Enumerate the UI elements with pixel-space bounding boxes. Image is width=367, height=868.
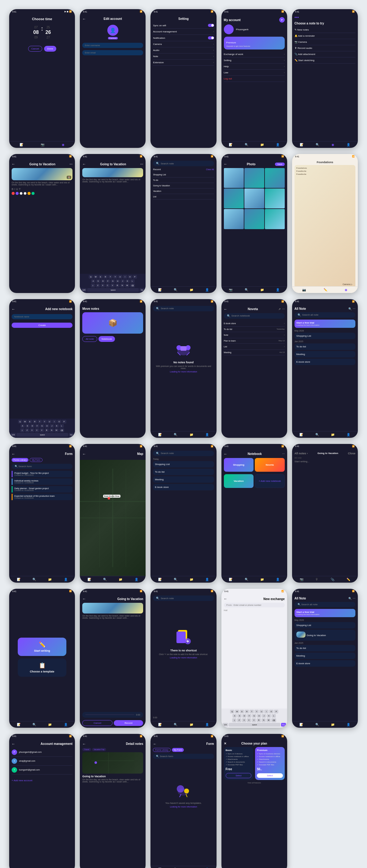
note-option-camera[interactable]: 📷 Camera	[294, 39, 356, 45]
form-library-tab[interactable]: Forms Library	[11, 458, 28, 462]
shortcut-search[interactable]: 🔍 Search note	[153, 595, 214, 601]
all-note-search[interactable]: 🔍 Search all note	[294, 312, 356, 318]
search-item[interactable]: Vacation	[153, 188, 214, 194]
note-item[interactable]: To do list	[294, 343, 356, 350]
add-account-btn[interactable]: + Add new account	[11, 777, 73, 782]
save-button[interactable]: Save	[275, 162, 285, 166]
setting-audio[interactable]: Audio›	[153, 48, 214, 54]
note-item[interactable]: Meeting	[294, 351, 356, 358]
photo-cell[interactable]	[224, 168, 244, 188]
note-item[interactable]: E-book store	[294, 660, 356, 666]
search-bar[interactable]: 🔍 Search note	[153, 161, 214, 166]
notes-search[interactable]: 🔍 Search note	[153, 451, 214, 456]
setting-sync[interactable]: Sync on wifi	[153, 22, 214, 29]
note-option-reminder[interactable]: 🔔 Add a reminder	[294, 33, 356, 39]
search-item[interactable]: To do	[153, 178, 214, 183]
done-button[interactable]: Done	[44, 46, 56, 52]
all-note2-search[interactable]: 🔍 Search all note	[294, 602, 356, 607]
form-search[interactable]: 🔍 Search form	[11, 464, 73, 469]
promo-banner2[interactable]: Start a free trial Loading the best info…	[294, 609, 356, 617]
clear-all[interactable]: Clear All	[206, 168, 214, 170]
note-list-item[interactable]: To do list	[153, 469, 214, 475]
record-button[interactable]: Record	[114, 720, 143, 726]
note-item[interactable]: Shopping List	[294, 333, 356, 339]
form-item[interactable]: Daily planner - Smart garden project Cre…	[11, 486, 73, 493]
setting-note[interactable]: Note›	[153, 54, 214, 60]
photo-cell[interactable]	[244, 209, 264, 229]
noveta-item[interactable]: Plan to learnMay 13	[224, 338, 285, 344]
note-item[interactable]: To do list	[294, 645, 356, 651]
add-notebook-button[interactable]: + Add new notebook	[255, 474, 285, 488]
cancel-recording-button[interactable]: Cancel	[82, 720, 113, 726]
form2-search[interactable]: 🔍 Search form	[153, 754, 214, 759]
my-form-tab2[interactable]: My Form	[172, 748, 184, 752]
note-option-attach[interactable]: 📎 Add attachment	[294, 51, 356, 57]
exchange-input[interactable]	[234, 604, 282, 606]
note-item[interactable]: Shopping List	[294, 622, 356, 628]
premium-select-btn[interactable]: Select	[257, 773, 283, 778]
note-list-item[interactable]: Shopping List	[153, 461, 214, 467]
search-item[interactable]: Shopping List	[153, 172, 214, 178]
search-bar-no-notes[interactable]: 🔍 Search note	[153, 306, 214, 311]
notebook-item[interactable]: Noveta	[255, 458, 285, 472]
menu-law[interactable]: Law›	[224, 70, 285, 76]
account-item[interactable]: T tuonganh@gmail.com	[11, 766, 73, 775]
noveta-item[interactable]: E-book store›	[224, 320, 285, 327]
menu-logout[interactable]: Log out	[224, 76, 285, 82]
basic-select-btn[interactable]: Select	[226, 773, 252, 778]
note-list-item[interactable]: Meeting	[153, 476, 214, 483]
cancel-button[interactable]: Cancel	[28, 46, 43, 52]
forms-library-tab2[interactable]: Forms Library	[153, 748, 170, 752]
no-shortcut-link[interactable]: Loading for more information	[170, 657, 197, 659]
photo-cell[interactable]	[265, 209, 285, 229]
setting-extension[interactable]: Extension›	[153, 60, 214, 66]
notebook-item[interactable]: Vacation	[224, 474, 254, 488]
form-item[interactable]: Expected schedule of film production tea…	[11, 494, 73, 500]
photo-cell[interactable]	[244, 188, 264, 208]
setting-camera[interactable]: Camera›	[153, 41, 214, 48]
setting-account[interactable]: Account management›	[153, 29, 214, 35]
noveta-search[interactable]: 🔍 Search notebook	[224, 313, 285, 319]
no-notes-link[interactable]: Loading for more information	[170, 371, 197, 373]
noveta-item[interactable]: To do listYesterday	[224, 327, 285, 332]
account-item[interactable]: P phuonganh@gmail.com	[11, 748, 73, 757]
username-input[interactable]	[82, 43, 143, 48]
search-item[interactable]: List	[153, 194, 214, 199]
sync-toggle[interactable]	[208, 24, 214, 27]
notif-toggle[interactable]	[208, 36, 214, 39]
form-item[interactable]: Project budget - Time for film project C…	[11, 471, 73, 477]
all-note-tab[interactable]: All note	[82, 336, 97, 342]
note-item[interactable]: E-book store	[294, 359, 356, 365]
menu-exchange[interactable]: Exchange of work›	[224, 51, 285, 57]
photo-cell[interactable]	[265, 168, 285, 188]
photo-cell[interactable]	[244, 168, 264, 188]
notebook-name-input[interactable]	[11, 314, 73, 319]
setting-notif[interactable]: Notification	[153, 35, 214, 41]
note-item[interactable]: Meeting	[294, 653, 356, 659]
form-link[interactable]: Looking for more information	[170, 806, 197, 808]
note-option-sketch[interactable]: ✏️ Start sketching	[294, 57, 356, 64]
promo-banner[interactable]: Start a free trial Loading the best info…	[294, 319, 356, 328]
noveta-item[interactable]: Note›	[224, 332, 285, 338]
create-button[interactable]: Create	[11, 322, 73, 328]
my-form-tab[interactable]: My Form	[30, 458, 43, 462]
photo-cell[interactable]	[224, 209, 244, 229]
photo-cell[interactable]	[224, 188, 244, 208]
note-option-new[interactable]: ✎ New notes	[294, 27, 356, 33]
noveta-item[interactable]: List›	[224, 344, 285, 350]
note-list-item[interactable]: E-book store	[153, 484, 214, 490]
photo-cell[interactable]	[265, 188, 285, 208]
form-item[interactable]: Individual weekly reviews Created on: 11…	[11, 478, 73, 485]
notebook-tab[interactable]: Notebook	[98, 336, 115, 342]
menu-help[interactable]: Help›	[224, 64, 285, 70]
email-input[interactable]	[82, 50, 143, 55]
start-writing-card[interactable]: ✏️ Start writing	[18, 638, 66, 656]
choose-template-card[interactable]: 📋 Choose a template	[18, 658, 66, 677]
notebook-item[interactable]: Shopping	[224, 458, 254, 472]
account-item[interactable]: X xinaj@gmail.com	[11, 757, 73, 766]
noveta-item[interactable]: MeetingAct 13	[224, 350, 285, 355]
note-option-audio[interactable]: 🎙 Record audio	[294, 45, 356, 51]
search-item[interactable]: Going to Vacation	[153, 183, 214, 188]
menu-setting[interactable]: Setting›	[224, 57, 285, 64]
note-item[interactable]: Going to Vacation	[294, 630, 356, 641]
